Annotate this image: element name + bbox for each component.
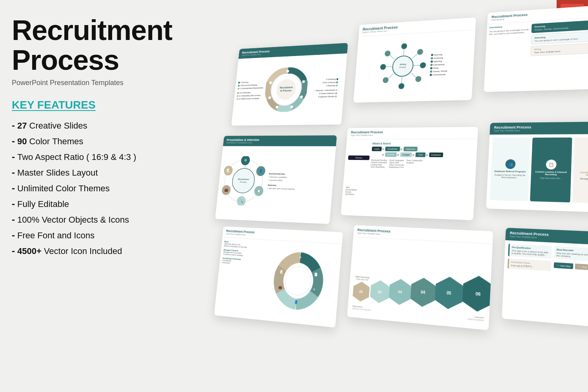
svg-point-24 — [398, 83, 404, 89]
slide-1-rlabel-4: 7 Selection / Interviewing — [309, 89, 337, 92]
svg-text:⚙: ⚙ — [299, 255, 302, 259]
slide-4-diagram: ⚙ 👤 📋 🔍 💼 📝 Recruitment Process — [219, 156, 268, 206]
key-features-label: KEY FEATURES — [12, 99, 184, 111]
slide-card-2: Recruitment Process Search, Attract, Rea… — [353, 17, 476, 103]
svg-text:💼: 💼 — [279, 285, 282, 289]
feature-item-7: - 100% Vector Objects & Icons — [12, 212, 184, 227]
svg-text:📄: 📄 — [314, 272, 318, 276]
slide-6-card-1: 👥 Employee Referral Programs Engage to R… — [490, 138, 530, 201]
dash-8: - — [12, 228, 15, 242]
feature-item-6: - Fully Editable — [12, 197, 184, 211]
slide-card-9: Recruitment Process Type Your Subtitle H… — [502, 228, 588, 331]
dash-9: - — [12, 244, 15, 258]
svg-line-39 — [254, 173, 256, 175]
main-title: Recruitment Process — [12, 16, 184, 75]
slide-1-label-6: 10 Offer/Contract Accepted — [237, 97, 263, 100]
slide-9-body: Pre-Qualification This step is for a per… — [502, 240, 588, 325]
feature-item-1: - 27 Creative Slides — [12, 118, 184, 132]
slide-7-list: Brief Objective items to doBrief of Cand… — [217, 240, 263, 313]
slide-6-card-3: 🤝 Candidate Relationship Management Mana… — [572, 137, 588, 203]
slide-card-8: Recruitment Process Type Your Subtitle H… — [347, 225, 493, 330]
feature-item-2: - 90 Color Themes — [12, 134, 184, 148]
slide-6-card-2: 📋 Content creation & Inbound Recruiting … — [530, 138, 572, 203]
feature-bold-1: 27 — [17, 121, 27, 131]
slide-1-label-5: 11 Onboarding After process — [237, 94, 263, 97]
slide-card-5: Recruitment Process Type Your Subtitle H… — [341, 127, 478, 220]
svg-point-25 — [382, 77, 389, 83]
svg-text:🔍: 🔍 — [313, 287, 317, 292]
svg-line-38 — [245, 165, 245, 169]
slide-3-cards: Sourcing Assess, Decide, Communicate Sel… — [529, 19, 588, 85]
svg-line-40 — [253, 186, 255, 189]
subtitle: PowerPoint Presentation Templates — [12, 79, 184, 87]
svg-point-20 — [401, 43, 408, 49]
svg-line-43 — [232, 173, 234, 175]
left-panel: Recruitment Process PowerPoint Presentat… — [12, 16, 184, 258]
slide-1-rlabel-6: 9 Applicant Shortlist — [308, 95, 337, 98]
svg-text:Recruitment: Recruitment — [238, 178, 249, 181]
slide-3-left-text: Interviewing You are going to see a pack… — [486, 24, 530, 86]
slide-1-rlabel-1: 4 Screening — [310, 78, 339, 81]
feature-item-4: - Master Slides Layout — [12, 165, 184, 180]
slide-5-body: Passive SEOSocial MediaEventsJob Board A… — [341, 139, 477, 217]
slide-7-diagram: ⚙ 📄 🔍 👤 💼 📝 — [259, 243, 339, 320]
slide-1-rlabel-3: 6 Selecting — [309, 84, 338, 87]
svg-text:⚙: ⚙ — [244, 158, 247, 162]
slide-card-3: Recruitment Process Interviewing Intervi… — [484, 4, 588, 92]
svg-text:📝: 📝 — [280, 269, 284, 274]
slide-1-diagram: Recruitment in Process — [263, 66, 309, 112]
slide-4-title: Presentation & Interview — [227, 138, 333, 142]
slides-3d-container: Recruitment Process Type Your Subtitle H… — [196, 0, 588, 392]
feature-bold-9: 4500+ — [17, 246, 42, 256]
slide-5-subtitle: Type Your Subtitle Here — [351, 134, 474, 136]
svg-point-22 — [420, 62, 426, 69]
svg-point-52 — [284, 265, 312, 296]
dash-3: - — [12, 150, 15, 164]
slide-4-subtitle: Scheduling of candidates to do — [226, 142, 333, 144]
slide-1-rlabel-5: 8 Finalist Selection — [308, 92, 337, 95]
slide-card-7: Recruitment Process Type Your Subtitle H… — [214, 227, 343, 328]
dash-1: - — [12, 118, 15, 132]
slide-1-label-2: 2 Recruitment Strategy — [238, 83, 264, 86]
svg-text:Process: Process — [399, 66, 406, 69]
svg-point-21 — [417, 49, 423, 55]
feature-bold-2: 90 — [17, 136, 27, 146]
svg-text:Hiring: Hiring — [400, 63, 406, 65]
slide-2-labels: Sourcing Screening Selecting Interviewin… — [430, 53, 448, 76]
slide-card-6: Recruitment Process Type Your Subtitle H… — [486, 122, 588, 213]
slide-1-rlabel-2: 5 Pre-screening — [309, 81, 338, 84]
feature-item-9: - 4500+ Vector Icon Included — [12, 244, 184, 258]
svg-point-27 — [384, 51, 391, 56]
slide-1-label-4: 12 Onboarding — [237, 91, 264, 94]
dash-2: - — [12, 134, 15, 148]
slide-card-1: Recruitment Process Type Your Subtitle H… — [231, 43, 348, 125]
slide-card-4: Presentation & Interview Scheduling of c… — [215, 135, 337, 224]
feature-list: - 27 Creative Slides - 90 Color Themes -… — [12, 118, 184, 258]
dash-5: - — [12, 181, 15, 195]
svg-text:in Process: in Process — [280, 89, 292, 92]
slide-6-subtitle: Type Your Subtitle Here — [494, 129, 588, 132]
svg-line-41 — [242, 193, 242, 196]
slides-preview-area: Recruitment Process Type Your Subtitle H… — [196, 0, 588, 392]
svg-point-23 — [415, 76, 422, 82]
svg-text:Recruitment: Recruitment — [280, 86, 293, 89]
dash-7: - — [12, 212, 15, 227]
feature-item-5: - Unlimited Color Themes — [12, 181, 184, 195]
svg-point-26 — [380, 64, 386, 70]
slide-1-label-3: 1 Understanding Requirements — [238, 87, 264, 89]
slide-8-body: Talent SourcingType your info 01 02 03 0 — [347, 237, 492, 327]
slide-1-label-1: 3 Sourcing — [238, 81, 264, 84]
feature-item-8: - Free Font and Icons — [12, 228, 184, 242]
slide-4-content: Second Interview • Interview candidate..… — [267, 172, 331, 192]
dash-4: - — [12, 165, 15, 180]
svg-line-42 — [231, 186, 233, 188]
feature-item-3: - Two Aspect Ratio ( 16:9 & 4:3 ) — [12, 150, 184, 164]
svg-text:👤: 👤 — [294, 299, 299, 304]
svg-text:Process: Process — [240, 181, 247, 183]
dash-6: - — [12, 197, 15, 211]
slide-2-diagram: Hiring Process — [378, 41, 428, 90]
